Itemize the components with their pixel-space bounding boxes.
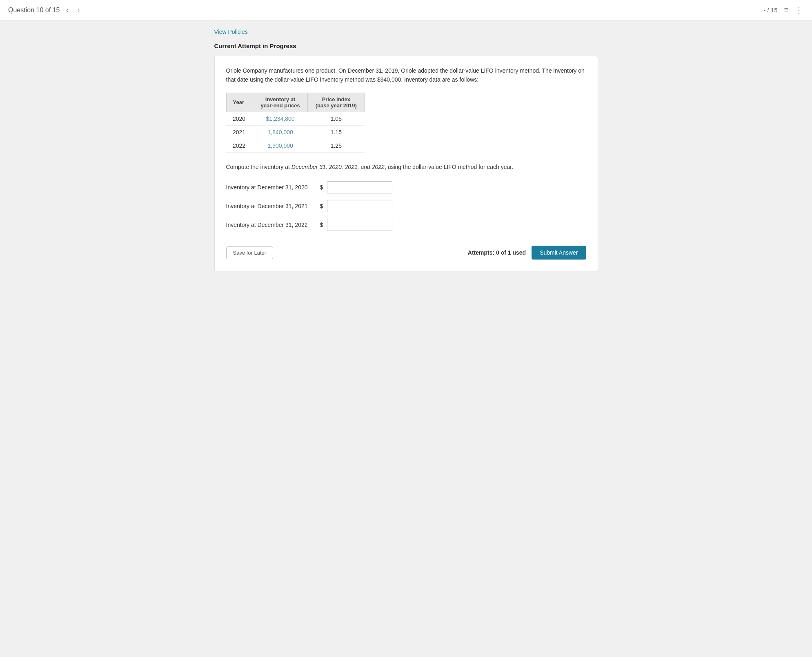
dollar-sign: $ xyxy=(320,203,323,209)
score-display: - / 15 xyxy=(763,7,777,13)
table-cell-year: 2021 xyxy=(226,125,253,139)
col-header-price-index: Price index(base year 2019) xyxy=(308,93,365,112)
dollar-sign: $ xyxy=(320,184,323,191)
more-icon[interactable]: ⋮ xyxy=(795,5,804,15)
answer-label: Inventory at December 31, 2020 xyxy=(226,184,316,191)
table-cell-inventory: 1,900,000 xyxy=(253,139,308,152)
compute-instruction: Compute the inventory at December 31, 20… xyxy=(226,162,586,171)
table-cell-year: 2022 xyxy=(226,139,253,152)
next-question-button[interactable]: › xyxy=(75,6,82,15)
question-title: Question 10 of 15 xyxy=(8,7,60,14)
top-bar-left: Question 10 of 15 ‹ › xyxy=(8,6,82,15)
answer-fields-container: Inventory at December 31, 2020$Inventory… xyxy=(226,181,586,231)
table-cell-price-index: 1.05 xyxy=(308,112,365,125)
table-cell-inventory: 1,840,000 xyxy=(253,125,308,139)
answer-row: Inventory at December 31, 2021$ xyxy=(226,200,586,212)
list-icon[interactable]: ≡ xyxy=(784,6,788,14)
answer-row: Inventory at December 31, 2020$ xyxy=(226,181,586,193)
main-content: View Policies Current Attempt in Progres… xyxy=(206,20,606,280)
table-row: 20211,840,0001.15 xyxy=(226,125,365,139)
answer-label: Inventory at December 31, 2021 xyxy=(226,203,316,209)
data-table: Year Inventory atyear-end prices Price i… xyxy=(226,93,365,153)
table-cell-inventory: $1,234,800 xyxy=(253,112,308,125)
table-cell-year: 2020 xyxy=(226,112,253,125)
save-for-later-button[interactable]: Save for Later xyxy=(226,246,274,259)
col-header-inventory: Inventory atyear-end prices xyxy=(253,93,308,112)
answer-label: Inventory at December 31, 2022 xyxy=(226,222,316,228)
card-footer: Save for Later Attempts: 0 of 1 used Sub… xyxy=(226,242,586,260)
table-row: 20221,900,0001.25 xyxy=(226,139,365,152)
attempts-text: Attempts: 0 of 1 used xyxy=(468,249,526,256)
table-cell-price-index: 1.15 xyxy=(308,125,365,139)
top-bar-right: - / 15 ≡ ⋮ xyxy=(763,5,804,15)
question-card: Oriole Company manufactures one product.… xyxy=(214,56,598,271)
top-bar: Question 10 of 15 ‹ › - / 15 ≡ ⋮ xyxy=(0,0,812,20)
answer-row: Inventory at December 31, 2022$ xyxy=(226,219,586,231)
dollar-sign: $ xyxy=(320,222,323,228)
footer-right: Attempts: 0 of 1 used Submit Answer xyxy=(468,246,586,260)
question-text: Oriole Company manufactures one product.… xyxy=(226,66,586,84)
section-heading: Current Attempt in Progress xyxy=(214,42,598,49)
answer-input-2[interactable] xyxy=(327,200,392,212)
answer-input-3[interactable] xyxy=(327,219,392,231)
col-header-year: Year xyxy=(226,93,253,112)
answer-input-1[interactable] xyxy=(327,181,392,193)
prev-question-button[interactable]: ‹ xyxy=(64,6,71,15)
table-row: 2020$1,234,8001.05 xyxy=(226,112,365,125)
view-policies-link[interactable]: View Policies xyxy=(214,29,248,35)
table-cell-price-index: 1.25 xyxy=(308,139,365,152)
submit-answer-button[interactable]: Submit Answer xyxy=(532,246,586,260)
